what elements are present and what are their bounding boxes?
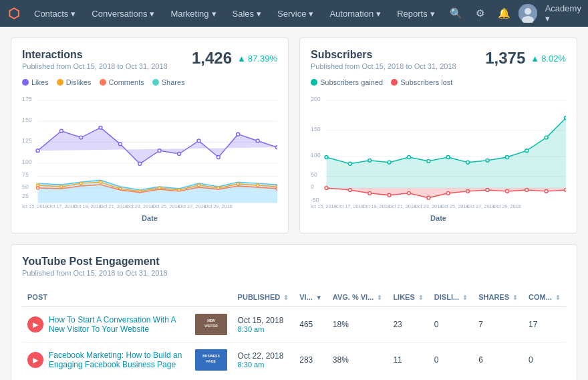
chevron-down-icon: ▾ bbox=[430, 9, 435, 19]
user-avatar[interactable] bbox=[519, 4, 537, 23]
likes-cell-1: 11 bbox=[388, 343, 428, 378]
nav-sales[interactable]: Sales ▾ bbox=[226, 0, 269, 27]
sort-icon: ⇕ bbox=[283, 294, 289, 301]
svg-text:25: 25 bbox=[22, 193, 29, 199]
svg-point-24 bbox=[178, 153, 181, 156]
interactions-title: Interactions bbox=[22, 49, 168, 61]
avg-views-cell-0: 18% bbox=[327, 307, 388, 343]
col-views[interactable]: VI... ▼ bbox=[294, 288, 327, 307]
svg-text:50: 50 bbox=[311, 171, 317, 178]
col-shares[interactable]: SHARES ⇕ bbox=[473, 288, 523, 307]
table-row: ▶ How To Start A Conversation With A New… bbox=[22, 307, 566, 343]
svg-point-75 bbox=[505, 155, 508, 159]
svg-text:0: 0 bbox=[311, 183, 314, 190]
svg-point-92 bbox=[565, 188, 566, 191]
legend-likes: Likes bbox=[22, 78, 49, 86]
subscribers-subtitle: Published from Oct 15, 2018 to Oct 31, 2… bbox=[311, 62, 456, 70]
nav-contacts[interactable]: Contacts ▾ bbox=[27, 0, 82, 27]
interactions-x-label: Date bbox=[22, 214, 277, 222]
svg-point-1 bbox=[525, 8, 531, 15]
svg-point-21 bbox=[118, 142, 122, 146]
nav-automation[interactable]: Automation ▾ bbox=[323, 0, 388, 27]
svg-point-74 bbox=[486, 159, 489, 162]
table-row: ▶ Facebook Marketing: How to Build an En… bbox=[22, 343, 566, 378]
svg-text:75: 75 bbox=[22, 171, 29, 178]
nav-service[interactable]: Service ▾ bbox=[271, 0, 320, 27]
svg-point-72 bbox=[446, 155, 450, 159]
settings-button[interactable]: ⚙ bbox=[470, 0, 490, 27]
svg-point-25 bbox=[197, 139, 200, 142]
svg-point-70 bbox=[407, 155, 410, 159]
col-likes[interactable]: LIKES ⇕ bbox=[388, 288, 428, 307]
svg-point-39 bbox=[198, 184, 200, 187]
subscribers-x-label: Date bbox=[311, 214, 566, 222]
legend-comments: Comments bbox=[100, 78, 144, 86]
sort-icon: ⇕ bbox=[418, 294, 424, 301]
sort-icon: ⇕ bbox=[555, 294, 561, 301]
svg-text:Oct 25, 2018: Oct 25, 2018 bbox=[441, 203, 469, 209]
col-dislikes[interactable]: DISLI... ⇕ bbox=[429, 288, 473, 307]
notifications-button[interactable]: 🔔 bbox=[492, 0, 516, 27]
svg-text:Oct 17, 2018: Oct 17, 2018 bbox=[47, 203, 76, 209]
svg-point-32 bbox=[60, 185, 63, 188]
svg-point-33 bbox=[80, 182, 82, 185]
legend-dislikes: Dislikes bbox=[57, 78, 92, 86]
svg-point-81 bbox=[348, 188, 351, 191]
hubspot-logo[interactable]: ⬡ bbox=[8, 5, 19, 21]
svg-point-23 bbox=[158, 149, 161, 153]
svg-point-90 bbox=[525, 188, 529, 191]
svg-text:Oct 23, 2018: Oct 23, 2018 bbox=[126, 203, 154, 209]
academy-link[interactable]: Academy ▾ bbox=[540, 3, 587, 23]
svg-point-80 bbox=[325, 187, 328, 190]
col-comments[interactable]: COM... ⇕ bbox=[523, 288, 566, 307]
shares-cell-0: 7 bbox=[473, 307, 523, 343]
chevron-down-icon: ▾ bbox=[376, 9, 381, 19]
up-arrow-icon: ▲ bbox=[531, 54, 539, 64]
svg-point-17 bbox=[36, 149, 39, 153]
sort-active-icon: ▼ bbox=[316, 294, 322, 301]
svg-text:150: 150 bbox=[311, 126, 321, 132]
svg-point-29 bbox=[276, 146, 277, 149]
post-cell-1: ▶ Facebook Marketing: How to Build an En… bbox=[22, 343, 233, 378]
views-cell-1: 283 bbox=[294, 343, 327, 378]
svg-text:Oct 21, 2018: Oct 21, 2018 bbox=[388, 203, 416, 209]
chevron-down-icon: ▾ bbox=[545, 13, 550, 23]
svg-point-67 bbox=[348, 162, 351, 165]
svg-text:Oct 21, 2018: Oct 21, 2018 bbox=[100, 203, 128, 209]
nav-conversations[interactable]: Conversations ▾ bbox=[85, 0, 161, 27]
nav-marketing[interactable]: Marketing ▾ bbox=[164, 0, 223, 27]
search-button[interactable]: 🔍 bbox=[444, 0, 468, 27]
svg-point-41 bbox=[237, 183, 239, 185]
svg-text:Oct 29, 2018: Oct 29, 2018 bbox=[493, 203, 521, 209]
post-title-0[interactable]: How To Start A Conversation With A New V… bbox=[49, 315, 190, 334]
chevron-down-icon: ▾ bbox=[309, 9, 313, 19]
subscribers-legend: Subscribers gained Subscribers lost bbox=[311, 78, 566, 86]
nav-reports[interactable]: Reports ▾ bbox=[390, 0, 442, 27]
svg-point-73 bbox=[466, 161, 470, 164]
dislikes-cell-0: 0 bbox=[429, 307, 473, 343]
col-avg-views[interactable]: AVG. % VI... ⇕ bbox=[327, 288, 388, 307]
svg-text:Oct 25, 2018: Oct 25, 2018 bbox=[152, 203, 180, 209]
col-published[interactable]: PUBLISHED ⇕ bbox=[233, 288, 295, 307]
interactions-card: Interactions Published from Oct 15, 2018… bbox=[11, 37, 289, 233]
svg-point-45 bbox=[276, 187, 277, 190]
engagement-title: YouTube Post Engagement bbox=[22, 256, 566, 268]
subscribers-chart: 200 150 100 50 0 -50 bbox=[311, 92, 566, 222]
svg-marker-16 bbox=[38, 128, 277, 164]
chevron-down-icon: ▾ bbox=[150, 9, 154, 19]
svg-text:PAGE: PAGE bbox=[206, 359, 216, 363]
comments-cell-0: 17 bbox=[523, 307, 566, 343]
svg-point-66 bbox=[325, 155, 328, 159]
svg-text:150: 150 bbox=[22, 116, 32, 123]
post-title-1[interactable]: Facebook Marketing: How to Build an Enga… bbox=[49, 351, 190, 369]
chevron-down-icon: ▾ bbox=[257, 9, 261, 19]
engagement-subtitle: Published from Oct 15, 2018 to Oct 31, 2… bbox=[22, 269, 566, 277]
svg-point-82 bbox=[368, 191, 372, 195]
svg-point-88 bbox=[486, 188, 489, 191]
svg-point-91 bbox=[545, 189, 548, 193]
comments-cell-1: 0 bbox=[523, 343, 566, 378]
engagement-section: YouTube Post Engagement Published from O… bbox=[11, 244, 577, 380]
gained-color-dot bbox=[311, 79, 317, 86]
yt-icon-0: ▶ bbox=[27, 316, 43, 332]
avg-views-cell-1: 38% bbox=[327, 343, 388, 378]
